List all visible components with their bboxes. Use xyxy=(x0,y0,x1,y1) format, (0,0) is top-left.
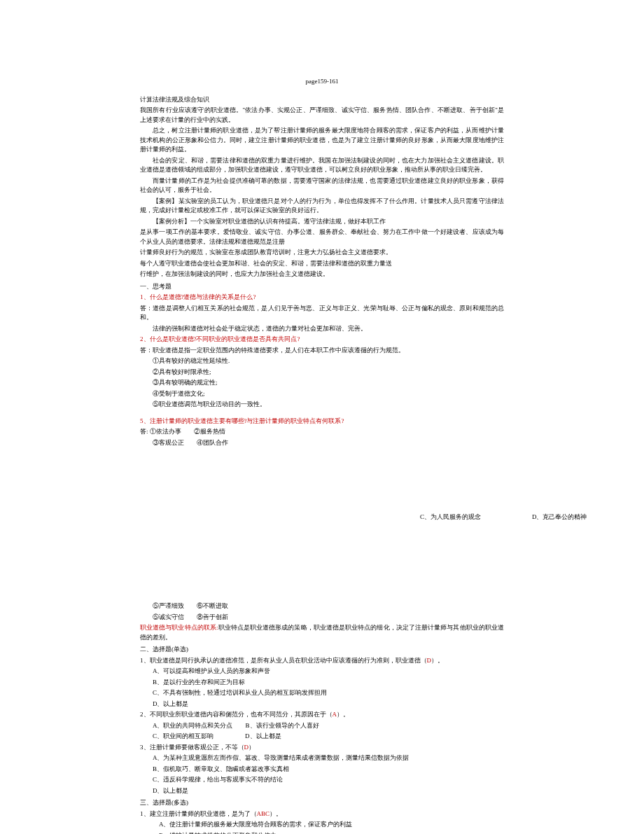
answer-2: 答：职业道德是指一定职业范围内的特殊道德要求，是人们在本职工作中应该遵循的行为规… xyxy=(140,346,504,356)
list-item: ②具有较好时限承性; xyxy=(153,368,504,377)
list-item: ⑤职业道德调范与职业活动目的一致性。 xyxy=(153,400,504,410)
option: C、不具有强制性，轻通过培训和从业人员的相互影响发挥担用 xyxy=(153,688,504,698)
list-item: ⑤严谨细致 ⑥不断进取 xyxy=(153,602,504,611)
paragraph: 是从事一项工作的基本要求。爱情敬业、诚实守信、办事公道、服务群众、奉献社会、努力… xyxy=(140,228,504,246)
s3-q1: 1、建立注册计量师的职业道德，是为了（ABC）。 xyxy=(140,809,504,819)
paragraph: 我国所有行业应该遵守的职业道德。"依法办事、实规公正、严谨细致、诚实守信、服务热… xyxy=(140,106,504,125)
option: A、职业的共同特点和关分点 B、该行业领导的个人喜好 xyxy=(153,721,504,731)
doc-title: 计算法律法规及综合知识 xyxy=(140,95,504,105)
s2-q2: 2、不同职业所职业道德内容和侧范分，也有不同范分，其原因在于（A）。 xyxy=(140,710,504,720)
answer-5-2: ③客观公正 ④团队合作 xyxy=(153,438,504,448)
list-item: ①具有较好的稳定性延续性. xyxy=(153,356,504,366)
option: A、使注册计量师的服务最大限度地符合顾客的需求，保证客户的利益 xyxy=(159,820,504,830)
paragraph: 每个人遵守职业道德会使社会更加和谐、社会的安定、和谐，需要法律和道德的双重力量送 xyxy=(140,259,504,269)
option-c: C、为人民服务的观念 xyxy=(420,513,481,522)
section-1-title: 一、思考题 xyxy=(140,282,504,292)
question-5: 5、注册计量师的职业道德主要有哪些?与注册计量师的职业特点有何联系? xyxy=(140,417,504,426)
option: A、为某种主观意愿所左而作假、篡改、导致测量结果成者测量数据，测量结果信数据为依… xyxy=(153,753,504,763)
list-item: ④受制于道德文化; xyxy=(153,389,504,399)
answer-5-1: 答: ①依法办事 ②服务热情 xyxy=(140,427,504,437)
paragraph: 【案例分析】一个实验室对职业道德的认识有待提高。遵守法律法规，做好本职工作 xyxy=(140,217,504,227)
option: C、职业间的相互影响 D、以上都是 xyxy=(153,732,504,742)
option-d: D、克己奉公的精神 xyxy=(532,513,587,522)
page-header: page159-161 xyxy=(140,77,504,87)
paragraph: 社会的安定、和谐，需要法律和道德的双重力量进行维护。我国在加强法制建设的同时，也… xyxy=(140,156,504,175)
option: B、假机取巧、断章取义、隐瞒或者篡改事实真相 xyxy=(153,765,504,774)
paragraph: 而量计量师的工作是为社会提供准确可靠的数据，需要遵守国家的法律法规，也需要通过职… xyxy=(140,176,504,195)
section-3-title: 三、选择题(多选) xyxy=(140,798,504,808)
question-2: 2、什么是职业道德?不同职业的职业道德是否具有共同点? xyxy=(140,335,504,345)
option: A、可以提高和维护从业人员的形象和声誉 xyxy=(153,667,504,676)
question-1: 1、什么是道德?道德与法律的关系是什么? xyxy=(140,293,504,303)
option: D、以上都是 xyxy=(153,700,504,709)
paragraph: 行维护，在加强法制建设的同时，也应大力加强社会主义道德建设。 xyxy=(140,270,504,279)
paragraph: 计量师良好行为的规范，实验室在形成团队教育培训时，注意大力弘扬社会主义道德要求。 xyxy=(140,248,504,258)
list-item: ⑤诚实守信 ⑧善于创新 xyxy=(153,613,504,623)
answer-1: 答：道德是调整人们相互关系的社会规范，是人们见于善与恶、正义与非正义、光荣与耻辱… xyxy=(140,304,504,323)
option: B、是以行业的生存和间正为目标 xyxy=(153,678,504,688)
s2-q3: 3、注册计量师要做客观公正，不等（D） xyxy=(140,743,504,753)
answer-1b: 法律的强制和道德对社会处于稳定状态，道德的力量对社会更加和谐、完善。 xyxy=(140,324,504,334)
section-2-title: 二、选择题(单选) xyxy=(140,645,504,655)
relation-label: 职业道德与职业特点的联系: xyxy=(140,624,218,631)
option: C、违反科学规律，给出与客观事实不符的结论 xyxy=(153,775,504,785)
s2-q1: 1、职业道德是同行执承认的道德准范，是所有从业人员在职业活动中应该遵循的行为准则… xyxy=(140,656,504,666)
option: B、维护计量技术机构的公正形象和公信力 xyxy=(159,831,504,835)
paragraph: 总之，树立注册计量师的职业道德，是为了帮注册计量师的服务最大限度地符合顾客的需求… xyxy=(140,126,504,155)
paragraph: 【案例】某实验室的员工认为，职业道德只是对个人的行为行为，单位也得发挥不了什么作… xyxy=(140,197,504,216)
relation-line: 职业道德与职业特点的联系:职业特点是职业道德形成的策略，职业道德是职业特点的细化… xyxy=(140,623,504,642)
list-item: ③具有较明确的规定性; xyxy=(153,378,504,388)
option: D、以上都是 xyxy=(153,786,504,796)
